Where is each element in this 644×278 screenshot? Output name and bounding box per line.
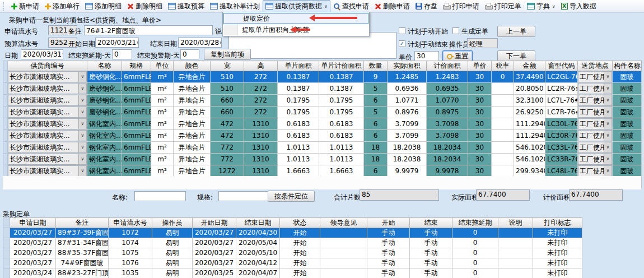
cell-end_date[interactable]: 2020/04/07 <box>236 268 280 278</box>
cell-part_name[interactable]: 固玻 <box>613 130 642 142</box>
chevron-down-icon[interactable]: ∨ <box>78 142 86 152</box>
column-header-supplier[interactable]: 供货商编号 <box>8 61 87 71</box>
cell-unit[interactable]: m² <box>151 106 174 118</box>
combo-cell[interactable]: 工厂使用∨ <box>578 95 612 106</box>
cell-part_name[interactable]: 固玻 <box>613 71 642 83</box>
table-row[interactable]: 长沙市潇湘玻璃实...∨钢化室内...6mmFLE...m²异地合片127213… <box>3 165 642 177</box>
cell-apply_no[interactable]: 1035 <box>109 268 152 278</box>
combo-cell[interactable]: 长沙市潇湘玻璃实...∨ <box>8 83 87 94</box>
chevron-down-icon[interactable]: ∨ <box>604 154 612 164</box>
cell-delivery[interactable]: 工厂使用∨ <box>578 95 613 106</box>
cell-actual_area[interactable]: 9.9979 <box>388 165 427 177</box>
cell-actual_area[interactable]: 1.0771 <box>388 95 427 106</box>
cell-tax_rate[interactable] <box>492 83 514 95</box>
cell-unit_price[interactable]: 30 <box>468 142 492 154</box>
cell-operator[interactable]: 易明 <box>152 268 193 278</box>
cell-remark[interactable]: 88#35-37F窗固玻 <box>56 248 109 258</box>
cell-height[interactable]: 1310 <box>244 130 278 142</box>
purchase-items-grid[interactable]: 供货商编号名称规格单位颜色宽高单片面积单片计价面积数量实际面积计价面积单价税率金… <box>3 61 642 189</box>
combo-cell[interactable]: 工厂使用∨ <box>578 165 612 177</box>
cell-end_delay[interactable]: 0 <box>452 258 498 268</box>
toolbar-grip[interactable] <box>3 2 6 11</box>
cell-unit_price[interactable]: 30 <box>468 118 492 130</box>
row-indicator[interactable] <box>3 106 8 118</box>
cell-note[interactable] <box>498 268 533 278</box>
purchase-orders-grid[interactable]: 申请日期备注申请流水号操作员开始日期结束日期状态领导意见开始结束结束拖延期说明打… <box>3 217 582 278</box>
cell-piece_area[interactable]: 0.1795 <box>278 106 319 118</box>
cell-spec[interactable]: 6mmFLE... <box>122 130 151 142</box>
cell-qty[interactable]: 6 <box>364 95 388 106</box>
cell-piece_area[interactable]: 0.6183 <box>278 118 319 130</box>
cell-qty[interactable]: 18 <box>364 154 388 165</box>
column-header-width[interactable]: 宽 <box>211 61 244 71</box>
cell-qty[interactable]: 6 <box>364 165 388 177</box>
column-header-end_date[interactable]: 结束日期 <box>236 218 280 228</box>
cell-color[interactable]: 异地合片 <box>174 154 211 165</box>
column-header-operator[interactable]: 操作员 <box>152 218 193 228</box>
end-warn-field[interactable]: 0 <box>180 49 199 59</box>
cell-supplier[interactable]: 长沙市潇湘玻璃实...∨ <box>8 142 87 154</box>
chevron-down-icon[interactable]: ∨ <box>136 40 139 45</box>
column-header-end[interactable]: 结束 <box>410 218 452 228</box>
cell-print_flag[interactable]: 未打印 <box>533 238 582 248</box>
column-header-end_delay[interactable]: 结束拖延期 <box>452 218 498 228</box>
row-indicator[interactable] <box>3 154 8 165</box>
cell-name[interactable]: 钢化室内... <box>87 154 122 165</box>
cell-status[interactable]: 开始 <box>280 228 320 238</box>
row-indicator[interactable] <box>3 248 10 258</box>
chevron-down-icon[interactable]: ∨ <box>604 142 612 152</box>
cell-actual_area[interactable]: 1.2485 <box>388 71 427 83</box>
column-header-leader_opinion[interactable]: 领导意见 <box>320 218 367 228</box>
cell-width[interactable]: 660 <box>211 95 244 106</box>
cell-piece_price_area[interactable]: 1.0113 <box>319 142 364 154</box>
cell-actual_area[interactable]: 3.7099 <box>388 130 427 142</box>
cell-name[interactable]: 钢化室内... <box>87 130 122 142</box>
cell-supplier[interactable]: 长沙市潇湘玻璃实...∨ <box>8 106 87 118</box>
cell-amount[interactable]: 546.1020 <box>514 154 545 165</box>
row-indicator[interactable] <box>3 118 8 130</box>
end-date-picker[interactable]: 2020/03/28∨ <box>178 38 222 48</box>
toolbar-button-add-detail[interactable]: 添加明细 <box>82 0 124 13</box>
toolbar-button-save[interactable]: 存盘 <box>413 0 440 13</box>
column-header-apply_no[interactable]: 申请流水号 <box>109 218 152 228</box>
cell-operator[interactable]: 易明 <box>152 228 193 238</box>
cell-delivery[interactable]: 工厂使用∨ <box>578 165 613 177</box>
cell-price_area[interactable]: 0.8975 <box>427 106 468 118</box>
cell-window_code[interactable]: LC48L-76#... <box>545 165 578 177</box>
toolbar-button-extract-supplement-plan[interactable]: 提取补单计划 <box>207 0 263 13</box>
cell-unit[interactable]: m² <box>151 130 174 142</box>
cell-actual_area[interactable]: 0.8976 <box>388 106 427 118</box>
cell-part_name[interactable]: 固玻 <box>613 118 642 130</box>
cell-amount[interactable]: 546.1020 <box>514 142 545 154</box>
row-indicator[interactable] <box>3 71 8 83</box>
cell-supplier[interactable]: 长沙市潇湘玻璃实...∨ <box>8 165 87 177</box>
cell-spec[interactable]: 6mmFLE... <box>122 95 151 106</box>
cell-height[interactable]: 272 <box>244 83 278 95</box>
combo-cell[interactable]: 工厂使用∨ <box>578 130 612 141</box>
cell-print_flag[interactable]: 未打印 <box>533 228 582 238</box>
cell-unit[interactable]: m² <box>151 154 174 165</box>
cell-unit[interactable]: m² <box>151 95 174 106</box>
cell-unit_price[interactable]: 30 <box>468 165 492 177</box>
cell-start[interactable]: 手动 <box>367 248 410 258</box>
cell-apply_date[interactable]: 2020/03/27 <box>10 248 56 258</box>
cell-tax_rate[interactable] <box>492 165 514 177</box>
cell-amount[interactable]: 26.9250 <box>514 106 545 118</box>
column-header-part_name[interactable]: 构件名称 <box>613 61 642 71</box>
cell-unit_price[interactable]: 30 <box>468 83 492 95</box>
cell-price_area[interactable]: 3.7098 <box>427 130 468 142</box>
cell-amount[interactable]: 111.2940 <box>514 130 545 142</box>
cell-piece_area[interactable]: 1.0113 <box>278 154 319 165</box>
cell-height[interactable]: 1310 <box>244 154 278 165</box>
cell-amount[interactable]: 20.8050 <box>514 83 545 95</box>
column-header-note[interactable]: 说明 <box>498 218 533 228</box>
cell-tax_rate[interactable] <box>492 142 514 154</box>
row-indicator[interactable] <box>3 268 10 278</box>
cell-piece_price_area[interactable]: 0.6183 <box>319 118 364 130</box>
table-row[interactable]: 长沙市潇湘玻璃实...∨磨砂钢化...6mmFLE...m²异地合片660272… <box>3 95 642 106</box>
cell-start[interactable]: 手动 <box>367 228 410 238</box>
cell-end_delay[interactable]: 0 <box>452 248 498 258</box>
previous-order-button[interactable]: 上一单 <box>497 26 535 37</box>
cell-apply_no[interactable]: 1076 <box>109 258 152 268</box>
cell-unit_price[interactable]: 30 <box>468 106 492 118</box>
